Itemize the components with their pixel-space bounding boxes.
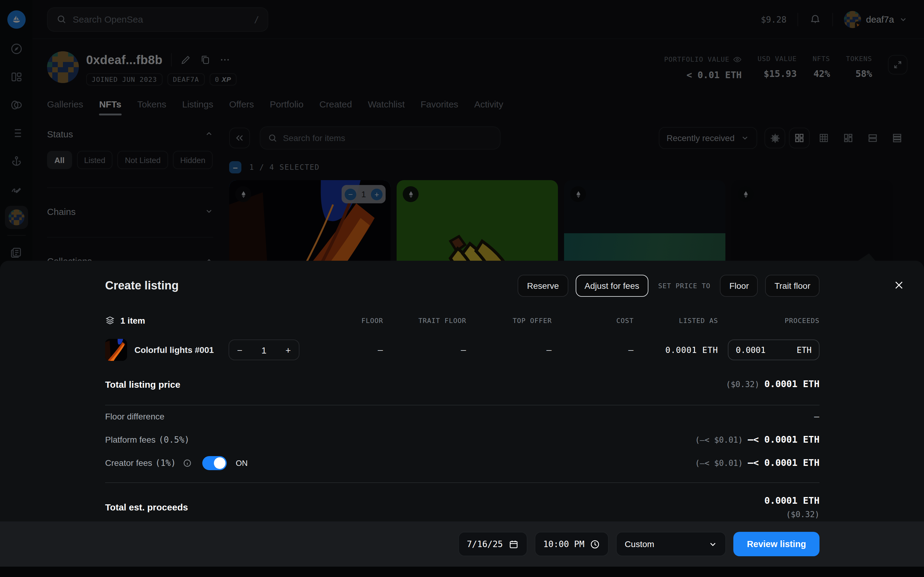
column-listed-as: LISTED AS <box>634 317 718 324</box>
set-floor-button[interactable]: Floor <box>720 275 758 297</box>
quantity-decrease-button[interactable]: − <box>237 345 242 355</box>
creator-fees-usd: (–< $0.01) <box>695 458 743 467</box>
item-floor: – <box>322 345 383 355</box>
item-top-offer: – <box>466 345 552 355</box>
item-thumbnail <box>105 339 127 361</box>
items-count: 1 item <box>105 316 145 326</box>
adjust-for-fees-button[interactable]: Adjust for fees <box>575 275 648 297</box>
proceeds-value: 0.0001 <box>736 345 766 355</box>
quantity-value: 1 <box>262 345 267 355</box>
toggle-state-label: ON <box>236 458 248 467</box>
divider <box>105 482 819 483</box>
expiration-time-button[interactable]: 10:00 PM <box>535 532 609 556</box>
item-listed-as: 0.0001 ETH <box>634 345 718 355</box>
total-proceeds-usd: ($0.32) <box>786 509 819 519</box>
review-listing-button[interactable]: Review listing <box>733 532 819 556</box>
proceeds-unit: ETH <box>796 345 812 355</box>
chevron-down-icon <box>709 540 718 549</box>
column-cost: COST <box>552 317 634 324</box>
item-cost: – <box>552 345 634 355</box>
listing-item-row: Colorful lights #001 − 1 + – – – – 0.000… <box>105 337 819 363</box>
set-price-to-label: SET PRICE TO <box>658 282 711 290</box>
opensea-app: Search OpenSea / $9.28 <box>0 0 924 577</box>
total-listing-usd: ($0.32) <box>726 379 759 388</box>
close-modal-icon[interactable] <box>892 279 906 292</box>
modal-title: Create listing <box>105 279 179 292</box>
duration-dropdown[interactable]: Custom <box>616 532 726 556</box>
proceeds-price-input[interactable]: 0.0001 ETH <box>728 340 819 360</box>
platform-fees-usd: (–< $0.01) <box>695 435 743 444</box>
column-trait-floor: TRAIT FLOOR <box>383 317 466 324</box>
clock-icon <box>590 539 601 549</box>
expiration-date-button[interactable]: 7/16/25 <box>458 532 527 556</box>
column-proceeds: PROCEEDS <box>718 317 819 324</box>
item-trait-floor: – <box>383 345 466 355</box>
creator-fees-label: Creator fees (1%) ON <box>105 456 248 470</box>
quantity-increase-button[interactable]: + <box>285 345 291 355</box>
total-listing-price-label: Total listing price <box>105 379 180 389</box>
total-proceeds-label: Total est. proceeds <box>105 501 188 512</box>
create-listing-modal: Create listing Reserve Adjust for fees S… <box>0 261 924 577</box>
total-proceeds-eth: 0.0001 ETH <box>764 495 819 506</box>
divider <box>105 405 819 405</box>
page-footer-strip <box>0 567 924 577</box>
platform-fees-label: Platform fees (0.5%) <box>105 435 189 445</box>
set-trait-floor-button[interactable]: Trait floor <box>766 275 819 297</box>
modal-quantity-stepper: − 1 + <box>229 340 299 360</box>
column-floor: FLOOR <box>322 317 383 324</box>
floor-difference-label: Floor difference <box>105 411 165 421</box>
total-listing-eth: 0.0001 ETH <box>764 379 819 390</box>
item-name: Colorful lights #001 <box>134 345 214 355</box>
reserve-button[interactable]: Reserve <box>518 275 568 297</box>
creator-fees-eth: –< 0.0001 ETH <box>748 457 819 468</box>
creator-fees-toggle[interactable] <box>202 456 227 470</box>
floor-difference-value: – <box>814 411 819 421</box>
column-top-offer: TOP OFFER <box>466 317 552 324</box>
platform-fees-eth: –< 0.0001 ETH <box>748 434 819 445</box>
calendar-icon <box>509 539 519 549</box>
info-icon[interactable] <box>183 458 192 467</box>
layers-icon <box>105 316 115 326</box>
modal-footer: 7/16/25 10:00 PM Custom Review listing <box>0 521 924 567</box>
